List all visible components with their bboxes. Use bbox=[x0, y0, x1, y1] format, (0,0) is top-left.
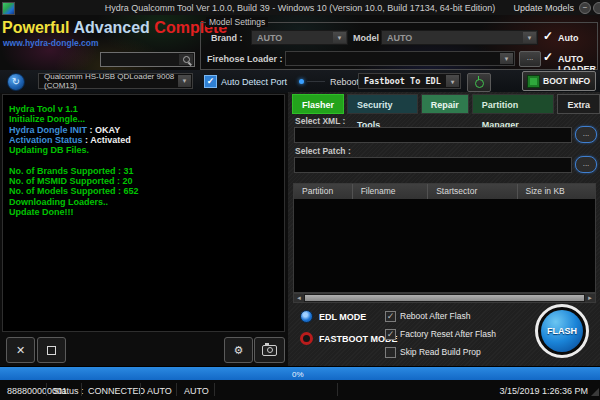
chevron-down-icon[interactable]: ▼ bbox=[523, 32, 536, 43]
firehose-loader-select[interactable]: ▼ bbox=[285, 51, 515, 66]
status-label: Status : bbox=[53, 386, 84, 396]
chevron-down-icon[interactable]: ▼ bbox=[178, 75, 191, 87]
divider bbox=[176, 383, 177, 396]
reboot-action-value: Fastboot To EDL bbox=[364, 76, 441, 86]
skip-read-build-prop-label: Skip Read Build Prop bbox=[400, 347, 481, 357]
check-icon: ✓ bbox=[387, 311, 395, 321]
flash-button-face: FLASH bbox=[541, 310, 583, 352]
brand-select[interactable]: AUTO ▼ bbox=[251, 30, 348, 45]
brand-slogan: Powerful Advanced Complete bbox=[2, 19, 227, 37]
partition-table[interactable]: Partition Filename Startsector Size in K… bbox=[293, 183, 596, 293]
minimize-button[interactable]: − bbox=[579, 2, 591, 14]
log-line: No. of MSMID Supported : 20 bbox=[9, 176, 278, 186]
factory-reset-after-flash-checkbox[interactable]: ✓ bbox=[385, 329, 396, 340]
column-partition[interactable]: Partition bbox=[294, 184, 353, 199]
brand-word-advanced: Advanced bbox=[73, 19, 149, 36]
tab-security-tools[interactable]: Security Tools bbox=[347, 94, 418, 114]
cancel-button[interactable]: ✕ bbox=[6, 337, 35, 363]
port-select[interactable]: Qualcomm HS-USB QDLoader 9008 (COM13) ▼ bbox=[38, 73, 193, 89]
model-settings-label: Model Settings bbox=[206, 17, 268, 27]
close-button[interactable] bbox=[593, 2, 600, 14]
chevron-down-icon[interactable]: ▼ bbox=[333, 32, 346, 43]
column-startsector[interactable]: Startsector bbox=[428, 184, 517, 199]
reboot-after-flash-label: Reboot After Flash bbox=[400, 311, 470, 321]
browse-patch-button[interactable]: ... bbox=[575, 156, 597, 173]
factory-reset-after-flash-label: Factory Reset After Flash bbox=[400, 329, 496, 339]
select-patch-input[interactable] bbox=[294, 157, 572, 173]
log-line bbox=[9, 155, 278, 165]
log-console[interactable]: Hydra Tool v 1.1 Initialize Dongle... Hy… bbox=[2, 94, 285, 332]
scrollbar-thumb[interactable] bbox=[305, 295, 584, 301]
reboot-action-select[interactable]: Fastboot To EDL ▼ bbox=[358, 73, 461, 89]
tab-partition-manager[interactable]: Partition Manager bbox=[472, 94, 555, 114]
status-led-icon bbox=[299, 79, 304, 84]
search-input[interactable] bbox=[100, 52, 195, 67]
refresh-port-icon[interactable]: ↻ bbox=[7, 73, 25, 91]
model-settings-group: Model Settings Brand : AUTO ▼ Model : AU… bbox=[200, 22, 598, 70]
log-line: Hydra Tool v 1.1 bbox=[9, 104, 278, 114]
divider bbox=[81, 383, 82, 396]
auto-detect-port-checkbox[interactable]: ✓ bbox=[204, 75, 217, 88]
column-filename[interactable]: Filename bbox=[353, 184, 429, 199]
auto-checkbox-label: Auto bbox=[558, 33, 579, 43]
divider bbox=[46, 383, 47, 396]
browse-xml-button[interactable]: ... bbox=[575, 126, 597, 143]
scroll-left-icon[interactable]: ◄ bbox=[294, 294, 304, 302]
fastboot-mode-radio[interactable] bbox=[300, 332, 313, 345]
boot-info-button[interactable]: BOOT INFO bbox=[522, 71, 596, 91]
website-link[interactable]: www.hydra-dongle.com bbox=[3, 38, 99, 48]
select-patch-label: Select Patch : bbox=[295, 146, 351, 156]
auto-detect-port-label: Auto Detect Port bbox=[221, 77, 287, 87]
select-xml-input[interactable] bbox=[294, 127, 572, 143]
header-area: Powerful Advanced Complete www.hydra-don… bbox=[0, 15, 600, 70]
tab-repair[interactable]: Repair bbox=[421, 94, 469, 114]
hydra-tool-window: Hydra Qualcomm Tool Ver 1.0.0, Build 39 … bbox=[0, 0, 600, 400]
reboot-after-flash-checkbox[interactable]: ✓ bbox=[385, 311, 396, 322]
update-models-button[interactable]: Update Models bbox=[513, 3, 574, 13]
chevron-down-icon[interactable]: ▼ bbox=[446, 75, 459, 87]
scroll-right-icon[interactable]: ► bbox=[585, 294, 595, 302]
brand-label: Brand : bbox=[211, 33, 243, 43]
firehose-browse-button[interactable]: ... bbox=[519, 51, 541, 67]
tab-flasher[interactable]: Flasher bbox=[292, 94, 344, 114]
log-line: Activation Status : Activated bbox=[9, 135, 278, 145]
auto-loader-checkbox[interactable]: ✓ bbox=[543, 51, 553, 63]
right-panel: Flasher Security Tools Repair Partition … bbox=[288, 92, 600, 366]
log-line: Update Done!!! bbox=[9, 207, 278, 217]
camera-icon bbox=[262, 345, 277, 356]
model-mode: AUTO bbox=[184, 386, 209, 396]
timestamp: 3/15/2019 1:26:36 PM bbox=[499, 386, 588, 396]
table-horizontal-scrollbar[interactable]: ◄ ► bbox=[293, 293, 596, 303]
chevron-down-icon[interactable]: ▼ bbox=[500, 53, 513, 64]
progress-value: 0% bbox=[292, 370, 304, 379]
skip-read-build-prop-checkbox[interactable]: ✓ bbox=[385, 347, 396, 358]
log-value: : OKAY bbox=[87, 125, 120, 135]
divider bbox=[337, 383, 338, 396]
tab-bar: Flasher Security Tools Repair Partition … bbox=[292, 94, 600, 114]
flash-button[interactable]: FLASH bbox=[535, 304, 589, 358]
firehose-loader-label: Firehose Loader : bbox=[207, 54, 283, 64]
stop-button[interactable] bbox=[37, 337, 66, 363]
edl-mode-radio[interactable] bbox=[300, 310, 313, 323]
brand-mode: AUTO bbox=[147, 386, 172, 396]
check-icon: ✓ bbox=[387, 329, 395, 339]
progress-bar: 0% bbox=[0, 366, 600, 381]
log-line: Updating DB Files. bbox=[9, 145, 278, 155]
chip-icon bbox=[528, 76, 539, 87]
brand-value: AUTO bbox=[257, 33, 282, 43]
log-value: : Activated bbox=[83, 135, 131, 145]
title-bar: Hydra Qualcomm Tool Ver 1.0.0, Build 39 … bbox=[0, 0, 600, 16]
resize-grip[interactable] bbox=[591, 388, 599, 396]
port-bar: ↻ Qualcomm HS-USB QDLoader 9008 (COM13) … bbox=[0, 70, 600, 93]
auto-checkbox[interactable]: ✓ bbox=[543, 30, 553, 42]
search-button[interactable] bbox=[179, 54, 193, 65]
model-select[interactable]: AUTO ▼ bbox=[381, 30, 538, 45]
stop-icon bbox=[47, 346, 56, 355]
column-size-in-kb[interactable]: Size in KB bbox=[518, 184, 595, 199]
settings-button[interactable]: ⚙ bbox=[224, 337, 253, 363]
divider bbox=[307, 81, 325, 82]
tab-extra[interactable]: Extra bbox=[557, 94, 600, 114]
screenshot-button[interactable] bbox=[254, 337, 285, 363]
status-value: CONNECTED bbox=[88, 386, 145, 396]
reboot-execute-button[interactable] bbox=[467, 73, 491, 92]
